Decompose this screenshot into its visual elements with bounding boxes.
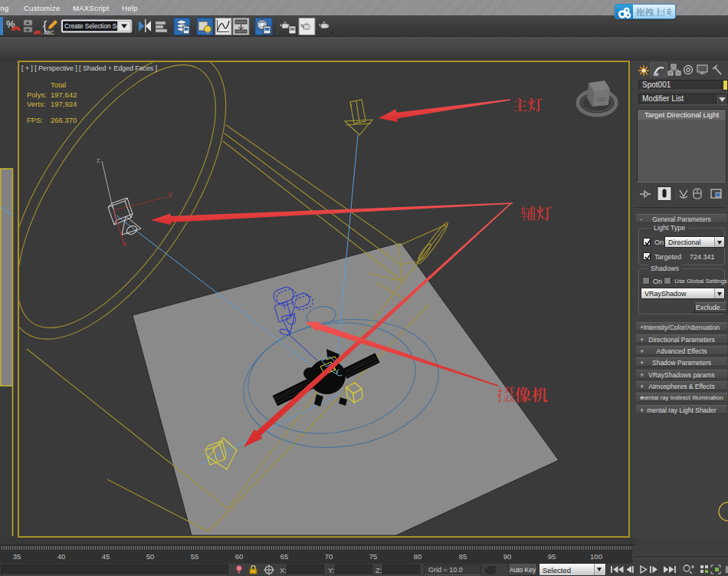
svg-text:z: z bbox=[97, 156, 100, 164]
svg-text:y: y bbox=[169, 190, 172, 198]
svg-text:x: x bbox=[123, 240, 126, 248]
svg-text:Create Selection Se: Create Selection Se bbox=[64, 23, 120, 30]
svg-text:ABC: ABC bbox=[44, 30, 54, 35]
